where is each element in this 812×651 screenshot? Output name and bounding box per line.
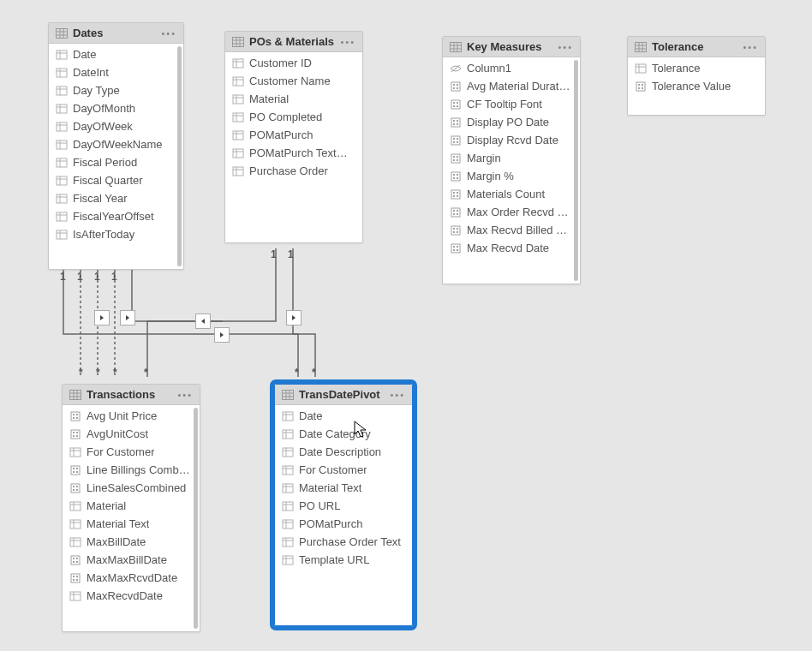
field-label: AvgUnitCost (87, 427, 148, 440)
field-row[interactable]: FiscalYearOffset (49, 207, 183, 225)
field-row[interactable]: Template URL (275, 551, 412, 569)
field-label: POMatPurch TextDisp (249, 146, 354, 159)
field-row[interactable]: Display Rcvd Date (443, 131, 580, 149)
field-row[interactable]: AvgUnitCost (63, 425, 200, 443)
field-row[interactable]: MaxBillDate (63, 533, 200, 551)
field-row[interactable]: For Customer (275, 461, 412, 479)
cardinality-many: * (312, 367, 316, 379)
more-options-icon[interactable]: ••• (390, 390, 405, 400)
filter-direction-icon (286, 310, 302, 326)
model-canvas[interactable]: 1 1 1 1 1 1 * * * * * * Dates•••DateDate… (0, 0, 812, 651)
table-tolerance[interactable]: Tolerance•••ToleranceTolerance Value (627, 36, 766, 116)
column-icon (69, 537, 81, 547)
field-row[interactable]: Avg Material Duration... (443, 77, 580, 95)
field-row[interactable]: Date Category (275, 425, 412, 443)
field-row[interactable]: Material (225, 90, 362, 108)
svg-rect-142 (76, 417, 78, 419)
field-row[interactable]: Day Type (49, 81, 183, 99)
field-row[interactable]: Date (49, 45, 183, 63)
field-row[interactable]: Tolerance Value (628, 77, 765, 95)
field-row[interactable]: DateInt (49, 63, 183, 81)
svg-rect-17 (57, 122, 67, 131)
field-row[interactable]: Max Order Recvd Days (443, 203, 580, 221)
field-row[interactable]: CF Tooltip Font (443, 95, 580, 113)
field-row[interactable]: POMatPurch (225, 126, 362, 144)
svg-rect-194 (283, 448, 293, 457)
table-transdatepivot[interactable]: TransDatePivot•••DateDate CategoryDate D… (274, 384, 413, 626)
field-label: Display Rcvd Date (467, 134, 558, 146)
table-key-measures[interactable]: Key Measures•••Column1Avg Material Durat… (442, 36, 581, 284)
table-header[interactable]: POs & Materials••• (225, 32, 362, 52)
field-row[interactable]: Customer ID (225, 54, 362, 72)
svg-rect-107 (457, 210, 458, 212)
more-options-icon[interactable]: ••• (558, 42, 573, 52)
table-pos-materials[interactable]: POs & Materials•••Customer IDCustomer Na… (224, 31, 363, 243)
field-row[interactable]: Margin % (443, 167, 580, 185)
field-row[interactable]: MaxMaxBillDate (63, 551, 200, 569)
field-row[interactable]: Column1 (443, 59, 580, 77)
more-options-icon[interactable]: ••• (743, 42, 758, 52)
field-row[interactable]: MaxMaxRcvdDate (63, 569, 200, 587)
field-row[interactable]: Date Description (275, 443, 412, 461)
field-row[interactable]: PO Completed (225, 108, 362, 126)
field-row[interactable]: Date (275, 407, 412, 425)
svg-rect-146 (73, 435, 75, 437)
column-icon (282, 537, 294, 547)
more-options-icon[interactable]: ••• (340, 37, 355, 47)
svg-rect-131 (638, 87, 640, 89)
field-label: Template URL (299, 553, 369, 566)
field-row[interactable]: Materials Count (443, 185, 580, 203)
field-row[interactable]: Material (63, 497, 200, 515)
field-row[interactable]: Purchase Order Text (275, 533, 412, 551)
field-row[interactable]: Fiscal Period (49, 153, 183, 171)
field-row[interactable]: Customer Name (225, 72, 362, 90)
field-label: Margin % (467, 170, 514, 182)
scrollbar[interactable] (177, 46, 182, 266)
scrollbar[interactable] (574, 60, 578, 281)
measure-icon (450, 171, 462, 182)
field-row[interactable]: DayOfWeek (49, 117, 183, 135)
more-options-icon[interactable]: ••• (177, 390, 193, 400)
svg-rect-175 (71, 574, 80, 582)
field-row[interactable]: POMatPurch TextDisp (225, 144, 362, 162)
column-icon (282, 519, 294, 529)
svg-rect-183 (283, 390, 294, 399)
svg-rect-117 (457, 246, 458, 248)
field-row[interactable]: DayOfWeekName (49, 135, 183, 153)
field-row[interactable]: POMatPurch (275, 515, 412, 533)
field-row[interactable]: Purchase Order (225, 162, 362, 180)
field-row[interactable]: DayOfMonth (49, 99, 183, 117)
field-row[interactable]: PO URL (275, 497, 412, 515)
table-header[interactable]: Dates••• (49, 23, 183, 44)
filter-direction-icon (94, 310, 110, 326)
field-row[interactable]: Tolerance (628, 59, 765, 77)
field-row[interactable]: Fiscal Year (49, 189, 183, 207)
field-label: Date (73, 48, 96, 61)
more-options-icon[interactable]: ••• (161, 28, 176, 39)
table-header[interactable]: Transactions••• (63, 385, 200, 405)
scrollbar[interactable] (194, 408, 198, 629)
field-row[interactable]: Fiscal Quarter (49, 171, 183, 189)
field-row[interactable]: Material Text (63, 515, 200, 533)
field-row[interactable]: MaxRecvdDate (63, 587, 200, 605)
table-header[interactable]: TransDatePivot••• (275, 385, 412, 405)
field-row[interactable]: Avg Unit Price (63, 407, 200, 425)
svg-rect-132 (642, 87, 643, 89)
svg-rect-130 (642, 84, 643, 86)
field-row[interactable]: Material Text (275, 479, 412, 497)
table-header[interactable]: Tolerance••• (628, 37, 765, 57)
svg-rect-100 (451, 190, 460, 199)
svg-rect-200 (283, 484, 293, 493)
table-header[interactable]: Key Measures••• (443, 37, 580, 57)
field-row[interactable]: LineSalesCombined (63, 479, 200, 497)
field-row[interactable]: For Customer (63, 443, 200, 461)
table-transactions[interactable]: Transactions•••Avg Unit PriceAvgUnitCost… (62, 384, 200, 632)
field-row[interactable]: Max Recvd Billed Days (443, 221, 580, 239)
field-row[interactable]: IsAfterToday (49, 225, 183, 243)
table-dates[interactable]: Dates•••DateDateIntDay TypeDayOfMonthDay… (48, 22, 184, 270)
field-row[interactable]: Max Recvd Date (443, 239, 580, 257)
svg-rect-158 (76, 486, 78, 487)
field-row[interactable]: Display PO Date (443, 113, 580, 131)
field-row[interactable]: Margin (443, 149, 580, 167)
field-row[interactable]: Line Billings Combined (63, 461, 200, 479)
